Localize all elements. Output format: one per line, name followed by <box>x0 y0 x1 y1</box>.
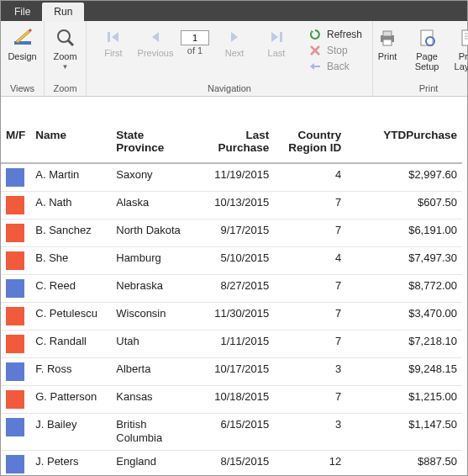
page-input[interactable] <box>181 30 209 45</box>
col-name: Name <box>30 125 111 163</box>
views-group-label: Views <box>4 82 40 96</box>
printer-icon <box>376 26 399 50</box>
print-label: Print <box>378 51 397 61</box>
table-row: C. RandallUtah1/11/20157$7,218.10 <box>1 331 462 358</box>
cell-region: 7 <box>274 386 346 414</box>
print-button[interactable]: Print <box>371 24 404 61</box>
stop-button[interactable]: Stop <box>308 44 362 57</box>
tab-bar: File Run <box>1 1 467 21</box>
cell-name: C. Petulescu <box>30 303 111 331</box>
back-button[interactable]: Back <box>308 60 362 73</box>
cell-ytd: $1,215.00 <box>346 386 462 414</box>
refresh-button[interactable]: Refresh <box>308 28 362 41</box>
svg-rect-4 <box>280 32 282 42</box>
col-mf: M/F <box>1 125 30 163</box>
cell-region: 3 <box>274 414 346 451</box>
design-button[interactable]: Design <box>3 24 43 61</box>
table-row: G. PattersonKansas10/18/20157$1,215.00 <box>1 386 462 414</box>
page-of-label: of 1 <box>187 45 202 56</box>
cell-last: 5/10/2015 <box>192 247 274 275</box>
zoom-button[interactable]: Zoom ▼ <box>45 24 86 71</box>
design-label: Design <box>8 51 36 61</box>
svg-rect-12 <box>462 30 468 45</box>
page-setup-button[interactable]: Page Setup <box>409 24 444 71</box>
cell-region: 12 <box>274 450 346 475</box>
nav-next-button[interactable]: Next <box>216 28 253 58</box>
design-icon <box>11 26 34 50</box>
nav-last-label: Last <box>268 48 286 58</box>
mf-swatch <box>1 414 30 451</box>
nav-actions: Refresh Stop Back <box>305 24 369 73</box>
cell-ytd: $9,248.15 <box>346 358 462 386</box>
cell-last: 8/15/2015 <box>192 450 274 475</box>
cell-name: J. Bailey <box>30 414 111 451</box>
cell-name: A. Nath <box>30 192 111 219</box>
svg-point-1 <box>58 30 70 42</box>
nav-next-label: Next <box>225 48 245 58</box>
cell-region: 4 <box>274 163 346 192</box>
cell-last: 10/18/2015 <box>192 386 274 414</box>
svg-rect-9 <box>383 40 392 45</box>
cell-state: Utah <box>111 331 192 358</box>
app-window: File Run Design Views Zoom <box>0 0 468 476</box>
tab-run[interactable]: Run <box>42 3 84 21</box>
nav-prev-button[interactable]: Previous <box>137 28 174 58</box>
cell-state: North Dakota <box>111 219 192 247</box>
stop-icon <box>308 44 322 57</box>
cell-region: 7 <box>274 303 346 331</box>
table-row: J. PetersEngland8/15/201512$887.50 <box>1 450 462 475</box>
page-setup-label: Page Setup <box>409 51 444 71</box>
mf-swatch <box>1 247 30 275</box>
cell-last: 8/27/2015 <box>192 275 274 303</box>
mf-swatch <box>1 386 30 414</box>
mf-swatch <box>1 450 30 475</box>
header-row: M/F Name State Province Last Purchase Co… <box>1 125 462 163</box>
cell-state: Hamburg <box>111 247 192 275</box>
cell-state: British Columbia <box>111 414 192 451</box>
cell-ytd: $3,470.00 <box>346 303 462 331</box>
cell-name: J. Peters <box>30 450 111 475</box>
refresh-label: Refresh <box>327 29 362 40</box>
print-layout-icon <box>456 26 468 50</box>
ribbon-group-print: Print Page Setup Print Layout Print <box>373 21 468 96</box>
zoom-group-label: Zoom <box>48 82 82 96</box>
dropdown-icon: ▼ <box>62 63 69 71</box>
cell-name: A. Martin <box>30 163 111 192</box>
page-setup-icon <box>415 26 439 50</box>
cell-last: 11/19/2015 <box>192 163 274 192</box>
table-row: F. RossAlberta10/17/20153$9,248.15 <box>1 358 462 386</box>
nav-group-label: Navigation <box>90 82 369 96</box>
nav-first-label: First <box>104 48 122 58</box>
svg-line-2 <box>68 40 73 45</box>
table-row: A. MartinSaxony11/19/20154$2,997.60 <box>1 163 462 192</box>
refresh-icon <box>308 28 322 41</box>
cell-name: B. She <box>30 247 111 275</box>
cell-name: C. Reed <box>30 275 111 303</box>
nav-first-button[interactable]: First <box>95 28 132 58</box>
cell-name: F. Ross <box>30 358 111 386</box>
tab-file[interactable]: File <box>3 3 42 21</box>
page-indicator: of 1 <box>181 30 209 56</box>
cell-name: B. Sanchez <box>30 219 111 247</box>
ribbon-group-navigation: First Previous of 1 Next <box>87 21 373 96</box>
mf-swatch <box>1 275 30 303</box>
table-row: A. NathAlaska10/13/20157$607.50 <box>1 192 462 219</box>
cell-last: 10/17/2015 <box>192 358 274 386</box>
cell-ytd: $7,497.30 <box>346 247 462 275</box>
mf-swatch <box>1 303 30 331</box>
svg-rect-8 <box>383 31 392 36</box>
mf-swatch <box>1 219 30 247</box>
svg-rect-3 <box>108 32 110 42</box>
cell-last: 11/30/2015 <box>192 303 274 331</box>
nav-prev-label: Previous <box>138 48 174 58</box>
cell-state: Nebraska <box>111 275 192 303</box>
table-row: C. PetulescuWisconsin11/30/20157$3,470.0… <box>1 303 462 331</box>
back-icon <box>308 60 322 73</box>
nav-last-button[interactable]: Last <box>258 28 295 58</box>
stop-label: Stop <box>327 45 348 56</box>
cell-name: C. Randall <box>30 331 111 358</box>
print-layout-button[interactable]: Print Layout <box>450 24 468 71</box>
next-icon <box>225 28 244 46</box>
report-table: M/F Name State Province Last Purchase Co… <box>1 125 462 475</box>
ribbon-group-zoom: Zoom ▼ Zoom <box>45 21 87 96</box>
